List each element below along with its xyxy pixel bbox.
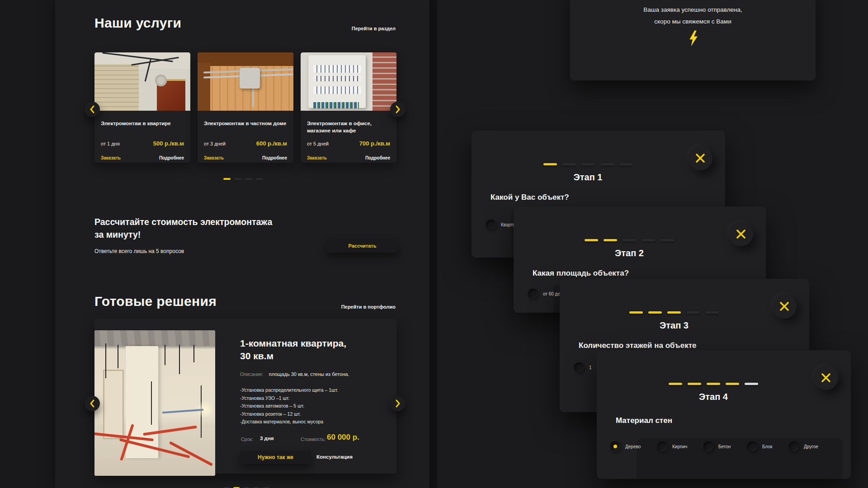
service-card-price: 600 р./кв.м: [256, 140, 287, 147]
term-label: Срок:: [241, 436, 253, 442]
progress-indicator: [514, 235, 745, 243]
services-next-button[interactable]: [390, 102, 406, 117]
description-value: площадь 30 кв.м, стены из бетона.: [269, 371, 349, 377]
portfolio-item-title-line2: 30 кв.м: [240, 351, 274, 361]
service-card-title: Электромонтаж в квартире: [101, 120, 186, 127]
services-prev-button[interactable]: [85, 102, 100, 117]
calculator-subtitle: Ответьте всего лишь на 5 вопросов: [94, 248, 184, 254]
details-button[interactable]: Подробнее: [365, 155, 390, 160]
radio-button[interactable]: [574, 362, 584, 372]
cost-label: Стоимость:: [301, 436, 326, 442]
step-title: Этап 2: [514, 248, 745, 258]
service-card-title: Электромонтаж в офисе, магазине или кафе: [307, 120, 392, 134]
description-label: Описание:: [240, 371, 263, 377]
calculate-button[interactable]: Рассчитать: [327, 239, 398, 253]
page-left-margin: [0, 0, 55, 488]
services-section-link[interactable]: Перейти в раздел: [294, 26, 396, 31]
step-title: Этап 3: [560, 320, 788, 331]
lightning-bolt-icon: [570, 30, 816, 47]
portfolio-prev-button[interactable]: [85, 396, 100, 411]
consultation-button[interactable]: Консультация: [316, 454, 353, 460]
radio-button[interactable]: [789, 441, 799, 451]
list-item: -Установка автоматов – 5 шт.: [240, 402, 338, 410]
details-button[interactable]: Подробнее: [262, 155, 287, 160]
radio-option-label: Бетон: [718, 444, 731, 449]
details-button[interactable]: Подробнее: [159, 155, 184, 160]
radio-button[interactable]: [486, 220, 496, 230]
need-same-button[interactable]: Нужно так же: [240, 450, 311, 464]
portfolio-item-title-line1: 1-комнатная квартира,: [240, 338, 346, 349]
step-question: Материал стен: [616, 416, 672, 425]
portfolio-next-button[interactable]: [390, 396, 406, 411]
step-title: Этап 1: [472, 172, 704, 183]
service-card-office: Электромонтаж в офисе, магазине или кафе…: [301, 52, 396, 163]
radio-option-label: от 60 до: [543, 291, 560, 296]
order-button[interactable]: Заказать: [307, 155, 327, 160]
order-button[interactable]: Заказать: [101, 155, 121, 160]
service-card-duration: от 1 дня: [101, 141, 120, 146]
portfolio-section-link[interactable]: Перейти в портфолио: [294, 304, 396, 310]
radio-button[interactable]: [703, 441, 713, 451]
service-card-private-house: Электромонтаж в частном доме от 3 дней 6…: [198, 52, 293, 163]
service-card-price: 500 р./кв.м: [153, 140, 184, 147]
close-button[interactable]: [729, 222, 753, 246]
order-button[interactable]: Заказать: [204, 155, 224, 160]
success-toast: Ваша заявка успешно отправлена, скоро мы…: [570, 0, 816, 80]
step-question: Какая площадь объекта?: [533, 269, 629, 278]
chevron-left-icon: [90, 105, 95, 113]
portfolio-section-title: Готовые решения: [94, 294, 217, 309]
close-button[interactable]: [688, 146, 712, 170]
close-button[interactable]: [772, 294, 797, 319]
calculator-title-line2: за минуту!: [94, 230, 141, 240]
service-photo-private-house: [198, 52, 293, 111]
service-card-duration: от 3 дней: [204, 141, 226, 146]
toast-message-line1: Ваша заявка успешно отправлена,: [570, 6, 816, 13]
calculator-title-line1: Рассчитайте стоимость электромонтажа: [94, 217, 272, 227]
list-item: -Установка розеток – 12 шт.: [240, 410, 338, 418]
radio-option-label: Кирпич: [672, 444, 687, 449]
services-section-title: Наши услуги: [94, 15, 181, 31]
term-value: 3 дня: [260, 436, 274, 441]
chevron-right-icon: [395, 105, 401, 113]
progress-indicator: [472, 159, 704, 167]
step-question: Количество этажей на объекте: [579, 341, 696, 350]
chevron-right-icon: [395, 399, 401, 408]
list-item: -Установка УЗО –1 шт.: [240, 394, 338, 403]
step-title: Этап 4: [597, 392, 830, 402]
service-card-duration: от 5 дней: [307, 141, 329, 146]
radio-option-label: Другое: [804, 444, 818, 449]
services-carousel-indicator[interactable]: [223, 174, 263, 183]
service-card-price: 700 р./кв.м: [359, 140, 390, 147]
service-card-title: Электромонтаж в частном доме: [204, 120, 289, 127]
radio-button[interactable]: [528, 289, 538, 299]
cost-value: 60 000 р.: [327, 433, 359, 442]
close-icon: [695, 153, 706, 164]
close-icon: [779, 301, 790, 312]
progress-indicator: [560, 307, 788, 315]
service-card-apartment: Электромонтаж в квартире от 1 дня 500 р.…: [94, 52, 190, 163]
radio-option-label: Дерево: [625, 444, 641, 449]
service-photo-apartment: [94, 52, 190, 111]
list-item: -Доставка материалов, вынос мусора: [240, 418, 338, 426]
portfolio-work-list: -Установка распределительного щита – 1шт…: [240, 386, 338, 426]
radio-button[interactable]: [657, 441, 667, 451]
radio-option-label: Блок: [762, 444, 772, 449]
service-photo-office: [301, 52, 396, 111]
progress-indicator: [597, 379, 830, 387]
close-button[interactable]: [814, 366, 838, 390]
step-question: Какой у Вас объект?: [491, 193, 569, 202]
close-icon: [736, 229, 746, 239]
portfolio-carousel-indicator[interactable]: [223, 483, 269, 488]
radio-button-selected[interactable]: [610, 441, 620, 451]
radio-option-label: 1: [589, 365, 592, 370]
list-item: -Установка распределительного щита – 1шт…: [240, 386, 338, 394]
quiz-modal-step-4: Этап 4 Материал стен Дерево Кирпич Бетон…: [597, 350, 851, 479]
toast-message-line2: скоро мы свяжемся с Вами: [570, 18, 816, 25]
chevron-left-icon: [90, 399, 95, 408]
portfolio-photo-apartment: [94, 330, 215, 476]
close-icon: [821, 372, 831, 383]
radio-button[interactable]: [747, 441, 757, 451]
